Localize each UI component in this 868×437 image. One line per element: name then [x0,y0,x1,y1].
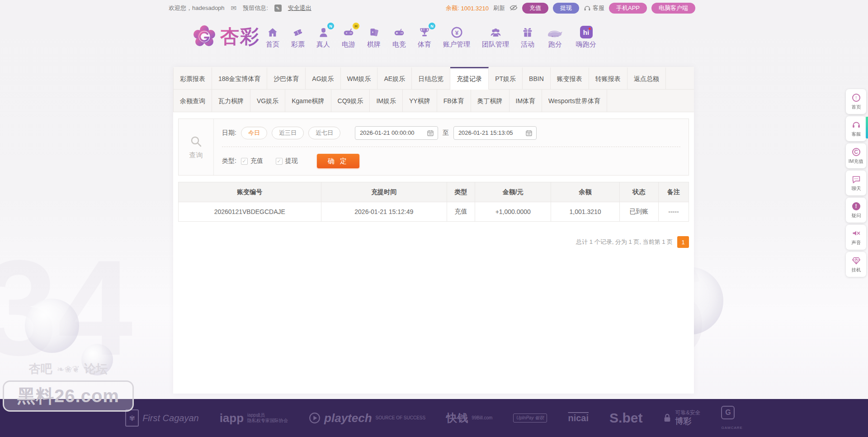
tab-transfer-report[interactable]: 转账报表 [589,67,627,90]
mail-icon[interactable]: ✉ [231,4,237,12]
tab-wali-cards[interactable]: 瓦力棋牌 [212,90,250,112]
nav-item-hi-paofen[interactable]: hi 嗨跑分 [570,25,602,49]
tab-cq9[interactable]: CQ9娱乐 [331,90,370,112]
tab-aoding-cards[interactable]: 奥丁棋牌 [471,90,509,112]
pagination-summary: 总计 1 个记录, 分为 1 页, 当前第 1 页 [576,238,673,246]
mobile-app-button[interactable]: 手机APP [609,3,647,14]
tab-rebate-total[interactable]: 返点总额 [627,67,666,90]
col-time: 充提时间 [321,182,447,202]
sound-off-icon [852,229,861,238]
deposit-checkbox[interactable]: ✓ [241,158,248,165]
search-icon [189,135,203,148]
sidebar-service-button[interactable]: 客服 [846,116,866,141]
quick-3days-button[interactable]: 近三日 [272,127,304,139]
cell-time: 2026-01-21 15:12:49 [321,202,447,222]
tab-daily-summary[interactable]: 日结总览 [412,67,450,90]
col-type: 类型 [447,182,475,202]
customer-service-link[interactable]: 客服 [584,4,604,12]
query-left: 查询 [179,119,214,175]
footer-logo-iapp: iapp iapp成员隐私权专家国际协会 [220,411,288,425]
watermark: 杏吧 ❧❀❦ 论坛 黑料26.com [3,361,134,412]
table-header-row: 账变编号 充提时间 类型 金额/元 余额 状态 备注 [179,182,689,202]
new-badge: N [429,23,435,29]
quick-7days-button[interactable]: 近七日 [308,127,340,139]
tab-188bet-sports[interactable]: 188金宝博体育 [212,67,267,90]
balance-value: 1001.3210 [461,5,489,12]
withdraw-button[interactable]: 提现 [553,3,579,14]
tab-deposit-withdraw-records[interactable]: 充提记录 [450,67,489,90]
nav-item-promo[interactable]: 活动 [515,25,540,49]
logout-link[interactable]: 安全退出 [288,4,311,12]
sidebar-question-button[interactable]: ! 疑问 [846,198,866,223]
refresh-link[interactable]: 刷新 [493,4,505,12]
esports-gamepad-icon [393,25,406,38]
team-icon [490,25,502,38]
nav-item-account[interactable]: ¥ 账户管理 [437,25,476,49]
deposit-button[interactable]: 充值 [522,3,548,14]
tab-ae[interactable]: AE娱乐 [377,67,412,90]
confirm-button[interactable]: 确 定 [317,154,359,168]
date-to-input[interactable] [458,129,522,137]
sidebar-chat-button[interactable]: 聊天 [846,171,866,195]
date-to-box [453,126,537,140]
tab-lottery-report[interactable]: 彩票报表 [173,67,212,90]
tab-ag[interactable]: AG娱乐 [306,67,340,90]
site-logo[interactable]: 杏彩 [191,24,260,50]
nav-item-paofen[interactable]: 跑分大牛 跑分 [540,25,570,49]
tabs-filler [666,67,694,90]
withdraw-checkbox[interactable]: ✓ [276,158,283,165]
nav-item-home[interactable]: 首页 [260,25,285,49]
col-amount: 金额/元 [475,182,551,202]
page: 34 26 欢迎您，hadesadoph ✉ 预留信息: ✎ 安全退出 余额: … [0,0,868,437]
tab-balance-query[interactable]: 余额查询 [173,90,212,112]
cell-id: 20260121VBDEGCDAJE [179,202,321,222]
tab-wm[interactable]: WM娱乐 [341,67,378,90]
tab-fb-sports[interactable]: FB体育 [437,90,471,112]
footer-logo-nicai: nicai [568,413,589,423]
type-option-withdraw: ✓ 提现 [276,157,298,165]
date-from-input[interactable] [359,129,423,137]
ornament-icon: ❧❀❦ [57,364,80,375]
logo-text: 杏彩 [220,24,260,49]
seal-icon: ✾ [125,409,139,427]
records-table: 账变编号 充提时间 类型 金额/元 余额 状态 备注 20260121VBDEG… [178,182,689,222]
side-strip-decoration [866,117,868,138]
sidebar-idle-button[interactable]: 挂机 [846,252,866,277]
page-1-button[interactable]: 1 [677,236,689,248]
tab-im-entertainment[interactable]: IM娱乐 [370,90,403,112]
floating-sidebar: ↑ 首页 客服 C IM充值 聊天 ! 疑问 声音 挂机 [846,89,866,277]
tab-wesports[interactable]: Wesports世界体育 [542,90,607,112]
tab-im-sports[interactable]: IM体育 [509,90,542,112]
nav-item-sports[interactable]: N I 体育 [412,25,437,49]
nav-item-esports[interactable]: 电竞 [387,25,412,49]
quick-today-button[interactable]: 今日 [241,127,267,139]
edit-icon[interactable]: ✎ [274,5,282,12]
tab-vg[interactable]: VG娱乐 [250,90,285,112]
sidebar-home-button[interactable]: ↑ 首页 [846,89,866,114]
headset-icon [584,5,591,11]
hi-app-icon: hi [580,25,593,38]
calendar-icon[interactable] [525,129,533,137]
query-box: 查询 日期: 今日 近三日 近七日 至 [178,119,689,176]
diamond-icon [852,256,861,265]
nav-item-lottery[interactable]: 彩票 [285,25,311,49]
nav-item-team[interactable]: 团队管理 [476,25,515,49]
tab-account-change-report[interactable]: 账变报表 [551,67,589,90]
tab-kgame[interactable]: Kgame棋牌 [285,90,331,112]
tab-yy-cards[interactable]: YY棋牌 [403,90,437,112]
search-label: 查询 [189,151,203,160]
sidebar-sound-button[interactable]: 声音 [846,225,866,250]
sidebar-im-recharge-button[interactable]: C IM充值 [846,143,866,168]
nav-item-live[interactable]: N 真人 [311,25,336,49]
tab-pt[interactable]: PT娱乐 [489,67,523,90]
tabs-row-2: 余额查询 瓦力棋牌 VG娱乐 Kgame棋牌 CQ9娱乐 IM娱乐 YY棋牌 F… [173,90,694,112]
nav-item-egames[interactable]: H 电游 [336,25,361,49]
tab-bbin[interactable]: BBIN [523,67,551,90]
calendar-icon[interactable] [427,129,434,137]
pc-client-button[interactable]: 电脑客户端 [651,3,695,14]
date-to-label: 至 [443,129,449,137]
tab-saba-sports[interactable]: 沙巴体育 [267,67,306,90]
nav-item-cards[interactable]: ♦ 棋牌 [361,25,387,49]
eye-off-icon[interactable] [509,5,518,12]
hot-badge: H [353,23,359,29]
